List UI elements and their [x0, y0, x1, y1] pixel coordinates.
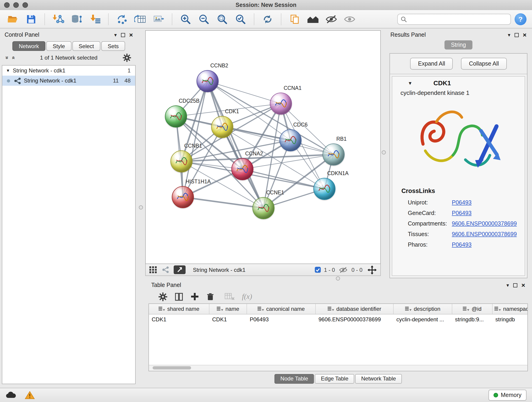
selected-checkbox-icon[interactable]: [315, 267, 321, 273]
memory-button[interactable]: Memory: [488, 390, 526, 401]
window-zoom-button[interactable]: [22, 2, 28, 8]
window-minimize-button[interactable]: [13, 2, 19, 8]
table-cell[interactable]: stringdb: [493, 314, 528, 324]
import-database-button[interactable]: [69, 12, 84, 26]
panel-menu-icon[interactable]: ▾: [507, 282, 509, 288]
table-cell[interactable]: cyclin-dependent ...: [394, 314, 452, 324]
column-header-@id[interactable]: @id: [452, 304, 493, 314]
panel-close-icon[interactable]: ×: [523, 32, 526, 37]
network-node-CDC6[interactable]: [279, 129, 302, 151]
panel-menu-icon[interactable]: ▾: [114, 32, 117, 38]
crosslink-link-compartments[interactable]: 9606.ENSP00000378699: [452, 220, 517, 227]
table-settings-button[interactable]: [158, 292, 167, 301]
table-cell[interactable]: CDK1: [149, 314, 209, 324]
crosslink-link-uniprot[interactable]: P06493: [452, 199, 472, 206]
delete-column-button[interactable]: [206, 292, 215, 301]
tab-select[interactable]: Select: [72, 41, 100, 51]
tab-edge-table[interactable]: Edge Table: [315, 374, 355, 383]
network-edge[interactable]: [208, 81, 264, 208]
right-splitter-handle[interactable]: [382, 150, 386, 154]
network-canvas[interactable]: CCNB2CCNA1CDC25BCDK1CDC6RB1CCNB1CCNA2CDK…: [145, 30, 381, 264]
gene-section-header[interactable]: ▼ CDK1: [392, 77, 525, 89]
network-node-CDKN1A[interactable]: [313, 178, 336, 200]
function-builder-button[interactable]: f(x): [242, 293, 252, 301]
panel-close-icon[interactable]: ×: [521, 283, 525, 287]
collapse-all-icon[interactable]: »: [4, 56, 10, 59]
network-node-CCNB2[interactable]: [196, 70, 219, 92]
crosslink-link-tissues[interactable]: 9606.ENSP00000378699: [452, 231, 517, 237]
copy-document-button[interactable]: [287, 12, 302, 26]
network-node-RB1[interactable]: [323, 143, 345, 166]
warnings-button[interactable]: [25, 391, 35, 399]
zoom-selected-button[interactable]: [233, 12, 248, 26]
column-header-namespace[interactable]: namespace: [493, 304, 528, 314]
birds-eye-toggle-button[interactable]: [174, 265, 186, 274]
table-horizontal-scrollbar[interactable]: [149, 365, 527, 371]
column-header-shared-name[interactable]: shared name: [149, 304, 209, 314]
tab-node-table[interactable]: Node Table: [274, 374, 314, 383]
network-node-CCNA1[interactable]: [270, 93, 292, 115]
column-header-canonical-name[interactable]: canonical name: [247, 304, 316, 314]
zoom-in-button[interactable]: [178, 12, 193, 26]
panel-close-icon[interactable]: ×: [129, 32, 133, 37]
search-input[interactable]: [409, 15, 508, 23]
tab-network-table[interactable]: Network Table: [355, 374, 402, 383]
network-edge[interactable]: [208, 81, 281, 104]
panel-float-icon[interactable]: [515, 33, 519, 37]
window-close-button[interactable]: [4, 2, 10, 8]
expand-all-button[interactable]: Expand All: [410, 58, 453, 70]
tab-style[interactable]: Style: [46, 41, 71, 51]
table-cell[interactable]: 9606.ENSP00000378699: [316, 314, 394, 324]
collapse-all-button[interactable]: Collapse All: [461, 58, 507, 70]
network-node-CCNB1[interactable]: [171, 150, 192, 172]
network-node-CCNE1[interactable]: [253, 197, 274, 219]
table-cell[interactable]: CDK1: [209, 314, 247, 324]
tree-expander-icon[interactable]: ▼: [6, 68, 10, 73]
save-session-button[interactable]: [24, 12, 38, 26]
column-header-description[interactable]: description: [394, 304, 452, 314]
network-node-HIST1H1A[interactable]: [172, 186, 194, 208]
help-button[interactable]: ?: [515, 13, 526, 25]
zoom-fit-button[interactable]: [215, 12, 230, 26]
section-collapse-icon[interactable]: ▼: [408, 80, 412, 85]
tab-network[interactable]: Network: [12, 41, 45, 51]
expand-all-icon[interactable]: »: [10, 56, 16, 59]
network-options-button[interactable]: [123, 54, 131, 63]
delete-table-button[interactable]: [225, 293, 234, 301]
network-node-CDK1[interactable]: [211, 116, 233, 138]
horizontal-splitter-handle[interactable]: [336, 276, 340, 281]
grid-view-button[interactable]: [149, 266, 157, 273]
network-view-mode-button[interactable]: [162, 266, 169, 274]
table-cell[interactable]: P06493: [247, 314, 316, 324]
apply-layout-button[interactable]: [260, 12, 275, 26]
panel-menu-icon[interactable]: ▾: [508, 32, 510, 38]
zoom-out-button[interactable]: [196, 12, 211, 26]
hide-details-button[interactable]: [324, 12, 339, 26]
import-network-button[interactable]: [51, 12, 65, 26]
table-row[interactable]: CDK1CDK1P064939606.ENSP00000378699cyclin…: [149, 314, 527, 324]
create-column-button[interactable]: [191, 293, 199, 301]
import-table-button[interactable]: [88, 12, 102, 26]
crosslink-link-genecard[interactable]: P06493: [452, 210, 472, 216]
open-session-button[interactable]: [6, 12, 20, 26]
tab-sets[interactable]: Sets: [101, 41, 125, 51]
tab-string[interactable]: String: [444, 40, 472, 50]
fit-content-button[interactable]: [367, 265, 377, 274]
select-columns-button[interactable]: [175, 292, 183, 301]
export-image-button[interactable]: [151, 12, 166, 26]
show-details-button[interactable]: [342, 12, 357, 26]
network-row[interactable]: String Network - cdk1 11 48: [2, 76, 135, 86]
panel-float-icon[interactable]: [121, 33, 125, 37]
table-cell[interactable]: stringdb:9...: [452, 314, 493, 324]
network-collection-row[interactable]: ▼ String Network - cdk1 1: [2, 65, 135, 76]
panel-float-icon[interactable]: [513, 283, 517, 287]
network-node-CDC25B[interactable]: [165, 105, 187, 128]
network-edge[interactable]: [183, 197, 264, 208]
scrollbar-thumb[interactable]: [152, 366, 191, 370]
network-edge[interactable]: [242, 169, 324, 189]
new-network-button[interactable]: [114, 12, 129, 26]
string-home-button[interactable]: [306, 12, 320, 26]
column-header-database-identifier[interactable]: database identifier: [316, 304, 394, 314]
left-splitter-handle[interactable]: [139, 205, 143, 210]
cloud-status-button[interactable]: [6, 391, 17, 399]
